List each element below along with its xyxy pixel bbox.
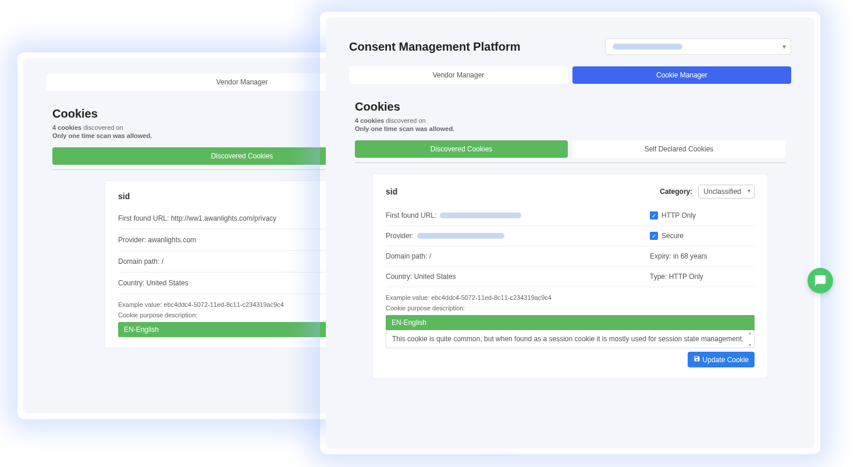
example-value: Example value: ebc4ddc4-5072-11ed-8c11-c… [386, 294, 755, 301]
description-box[interactable]: This cookie is quite common, but when fo… [386, 330, 755, 348]
redacted-site-name [613, 44, 682, 49]
tab-vendor-manager-front[interactable]: Vendor Manager [349, 66, 568, 84]
divider-front [355, 162, 785, 163]
first-found-url-row: First found URL: [386, 206, 650, 226]
category-select[interactable]: Unclassified [698, 185, 755, 199]
secure-checkbox[interactable]: ✓ [650, 232, 658, 240]
domain-path-row: Domain path: / [386, 246, 650, 267]
http-only-checkbox[interactable]: ✓ [650, 211, 658, 220]
type-row: Type: HTTP Only [650, 267, 755, 287]
lang-bar[interactable]: EN-English [386, 315, 755, 330]
save-icon [693, 355, 700, 364]
inner-tab-self-declared[interactable]: Self Declared Cookies [572, 140, 785, 158]
update-cookie-button[interactable]: Update Cookie [688, 352, 755, 367]
expiry-row: Expiry: in 68 years [650, 246, 755, 267]
country-row: Country: United States [386, 267, 650, 287]
chat-icon [814, 274, 827, 287]
meta-note-front: Only one time scan was allowed. [355, 125, 785, 132]
redacted-provider [417, 233, 504, 239]
section-title-front: Cookies [355, 100, 785, 114]
category-label: Category: [660, 187, 692, 196]
tab-cookie-manager-front[interactable]: Cookie Manager [572, 66, 791, 84]
redacted-url [440, 213, 521, 218]
chat-fab[interactable] [807, 268, 833, 293]
chevron-down-icon: ▾ [782, 43, 786, 51]
provider-row: Provider: [386, 226, 650, 246]
panel-front: Consent Management Platform ▾ Vendor Man… [326, 17, 814, 448]
site-selector[interactable]: ▾ [605, 38, 791, 55]
cookie-card: sid Category: Unclassified First found U… [372, 174, 768, 378]
cookie-name-back: sid [118, 192, 130, 201]
http-only-row: ✓ HTTP Only [650, 206, 755, 226]
secure-row: ✓ Secure [650, 226, 755, 246]
inner-tab-discovered[interactable]: Discovered Cookies [355, 140, 568, 158]
purpose-label: Cookie purpose description: [386, 305, 755, 312]
meta-count-front: 4 cookies discovered on [355, 117, 785, 124]
page-title: Consent Management Platform [349, 40, 520, 54]
scrollbar[interactable] [748, 331, 753, 346]
cookie-name: sid [386, 187, 397, 196]
